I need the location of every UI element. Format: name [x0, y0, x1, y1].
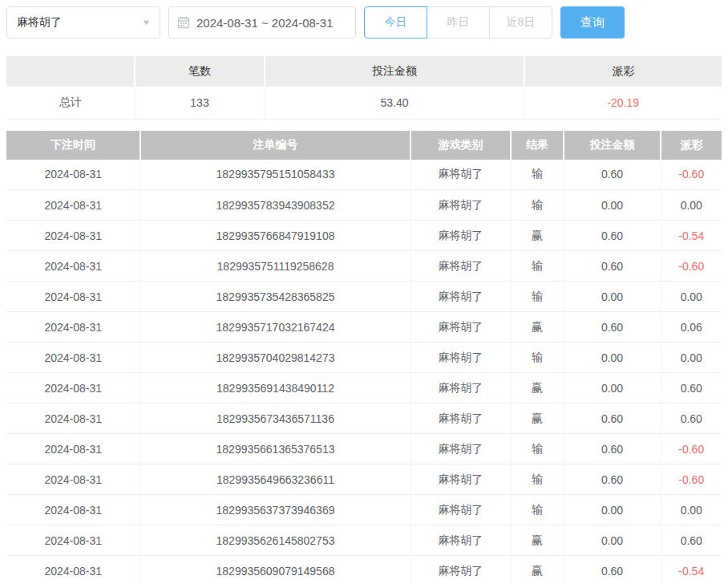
- table-row: 2024-08-31 1829935673436571136 麻将胡了 赢 0.…: [6, 404, 722, 434]
- date-range-input[interactable]: 2024-08-31 ~ 2024-08-31: [168, 6, 356, 39]
- bet-id: 1829935751119258628: [140, 251, 411, 282]
- bet-game: 麻将胡了: [411, 556, 511, 584]
- table-row: 2024-08-31 1829935704029814273 麻将胡了 输 0.…: [6, 343, 722, 373]
- bet-id: 1829935717032167424: [140, 312, 411, 343]
- chevron-down-icon: ▼: [141, 18, 151, 26]
- bet-amount: 0.60: [564, 251, 661, 282]
- bet-id: 1829935673436571136: [140, 404, 411, 434]
- yesterday-button[interactable]: 昨日: [427, 6, 490, 39]
- table-row: 2024-08-31 1829935649663236611 麻将胡了 输 0.…: [6, 464, 722, 495]
- bet-amount: 0.00: [564, 282, 661, 312]
- summary-total-row: 总计 133 53.40 -20.19: [6, 87, 722, 119]
- summary-bet-amount-value: 53.40: [265, 87, 524, 119]
- bet-date: 2024-08-31: [6, 434, 140, 464]
- bet-game: 麻将胡了: [411, 464, 511, 495]
- bet-date: 2024-08-31: [6, 282, 140, 312]
- bet-amount: 0.60: [564, 434, 661, 464]
- bet-payout: -0.54: [661, 221, 722, 251]
- bet-result: 输: [511, 282, 564, 312]
- bet-result: 输: [511, 251, 564, 282]
- bet-payout: 0.00: [661, 282, 722, 312]
- query-button[interactable]: 查询: [560, 6, 625, 39]
- bet-payout: 0.00: [661, 495, 722, 525]
- bet-result: 赢: [511, 221, 564, 251]
- bet-result: 赢: [511, 404, 564, 434]
- summary-payout-value: -20.19: [524, 87, 722, 119]
- today-button[interactable]: 今日: [364, 6, 427, 39]
- bet-amount: 0.00: [564, 495, 661, 525]
- bet-payout: -0.54: [661, 556, 722, 584]
- table-row: 2024-08-31 1829935637373946369 麻将胡了 输 0.…: [6, 495, 722, 525]
- date-quick-group: 今日 昨日 近8日: [364, 6, 552, 39]
- col-header-bet-id: 注单编号: [140, 131, 411, 160]
- bet-id: 1829935766847919108: [140, 221, 411, 251]
- table-row: 2024-08-31 1829935766847919108 麻将胡了 赢 0.…: [6, 221, 722, 251]
- bet-game: 麻将胡了: [411, 312, 511, 343]
- summary-col-payout: 派彩: [524, 56, 722, 87]
- bet-game: 麻将胡了: [411, 221, 511, 251]
- bet-amount: 0.00: [564, 525, 661, 556]
- calendar-icon: [177, 16, 190, 29]
- bets-table-body: 2024-08-31 1829935795151058433 麻将胡了 输 0.…: [6, 160, 722, 584]
- col-header-game-type: 游戏类别: [411, 131, 511, 160]
- date-range-value: 2024-08-31 ~ 2024-08-31: [196, 16, 334, 30]
- col-header-payout: 派彩: [661, 131, 722, 160]
- bet-id: 1829935626145802753: [140, 525, 411, 556]
- bet-payout: 0.00: [661, 190, 722, 221]
- bet-payout: -0.60: [661, 434, 722, 464]
- bet-date: 2024-08-31: [6, 556, 140, 584]
- bet-amount: 0.60: [564, 160, 661, 190]
- bet-amount: 0.60: [564, 221, 661, 251]
- bet-id: 1829935735428365825: [140, 282, 411, 312]
- game-select-value: 麻将胡了: [17, 15, 62, 30]
- summary-header-row: 笔数 投注金额 派彩: [6, 56, 722, 87]
- bet-date: 2024-08-31: [6, 221, 140, 251]
- bet-id: 1829935704029814273: [140, 343, 411, 373]
- bet-game: 麻将胡了: [411, 282, 511, 312]
- bet-id: 1829935609079149568: [140, 556, 411, 584]
- game-select[interactable]: 麻将胡了 ▼: [6, 6, 160, 39]
- bet-date: 2024-08-31: [6, 373, 140, 404]
- bet-game: 麻将胡了: [411, 525, 511, 556]
- col-header-result: 结果: [511, 131, 564, 160]
- bet-id: 1829935649663236611: [140, 464, 411, 495]
- bet-date: 2024-08-31: [6, 160, 140, 190]
- bet-date: 2024-08-31: [6, 495, 140, 525]
- bet-payout: -0.60: [661, 464, 722, 495]
- bet-result: 赢: [511, 525, 564, 556]
- last8days-button[interactable]: 近8日: [489, 6, 552, 39]
- bet-amount: 0.60: [564, 312, 661, 343]
- bet-game: 麻将胡了: [411, 160, 511, 190]
- table-row: 2024-08-31 1829935795151058433 麻将胡了 输 0.…: [6, 160, 722, 190]
- summary-col-bet-amount: 投注金额: [265, 56, 524, 87]
- bet-result: 赢: [511, 373, 564, 404]
- bet-payout: -0.60: [661, 251, 722, 282]
- toolbar: 麻将胡了 ▼ 2024-08-31 ~ 2024-08-31 今日 昨日 近8日…: [0, 0, 728, 39]
- bet-id: 1829935661365376513: [140, 434, 411, 464]
- summary-total-label: 总计: [6, 87, 135, 119]
- bets-header-row: 下注时间 注单编号 游戏类别 结果 投注金额 派彩: [6, 131, 722, 160]
- table-row: 2024-08-31 1829935735428365825 麻将胡了 输 0.…: [6, 282, 722, 312]
- bet-payout: 0.06: [661, 312, 722, 343]
- bet-amount: 0.00: [564, 373, 661, 404]
- table-row: 2024-08-31 1829935783943908352 麻将胡了 输 0.…: [6, 190, 722, 221]
- bet-result: 输: [511, 343, 564, 373]
- bet-date: 2024-08-31: [6, 404, 140, 434]
- bet-result: 赢: [511, 556, 564, 584]
- bet-result: 输: [511, 434, 564, 464]
- bet-date: 2024-08-31: [6, 190, 140, 221]
- table-row: 2024-08-31 1829935609079149568 麻将胡了 赢 0.…: [6, 556, 722, 584]
- bet-date: 2024-08-31: [6, 343, 140, 373]
- bet-payout: 0.60: [661, 525, 722, 556]
- bet-id: 1829935783943908352: [140, 190, 411, 221]
- summary-count-value: 133: [135, 87, 265, 119]
- bet-game: 麻将胡了: [411, 404, 511, 434]
- summary-table: 笔数 投注金额 派彩 总计 133 53.40 -20.19: [6, 56, 722, 120]
- bet-result: 输: [511, 160, 564, 190]
- bet-payout: 0.60: [661, 373, 722, 404]
- bet-game: 麻将胡了: [411, 190, 511, 221]
- bet-result: 输: [511, 495, 564, 525]
- bet-date: 2024-08-31: [6, 312, 140, 343]
- bet-result: 输: [511, 464, 564, 495]
- bet-result: 赢: [511, 312, 564, 343]
